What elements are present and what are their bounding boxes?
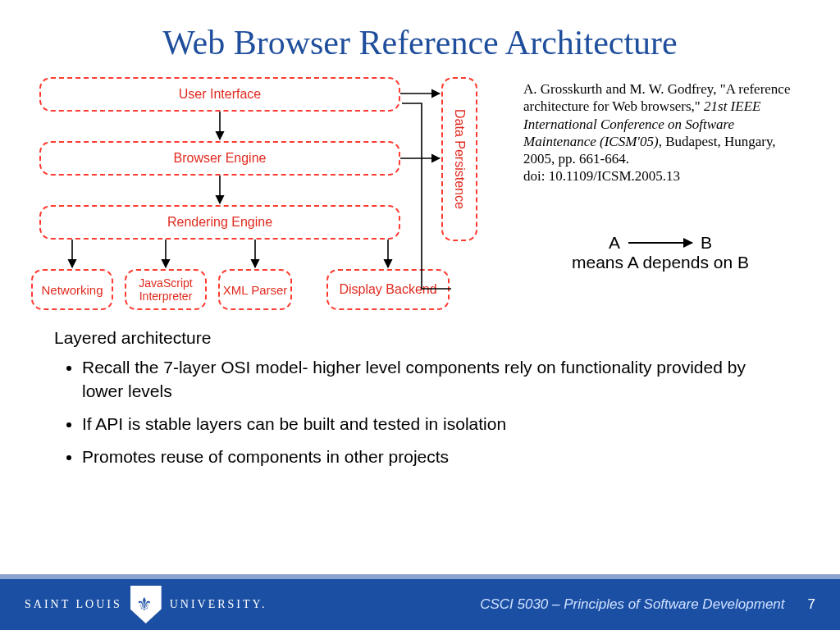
box-data-persistence: Data Persistence	[441, 77, 477, 241]
uni-name-left: SAINT LOUIS	[25, 598, 122, 611]
box-networking: Networking	[31, 269, 113, 310]
legend-b: B	[701, 233, 712, 253]
university-logo: SAINT LOUIS ⚜ UNIVERSITY.	[25, 586, 267, 623]
box-js-interpreter: JavaScript Interpreter	[125, 269, 207, 310]
box-xml-parser: XML Parser	[218, 269, 292, 310]
architecture-diagram: User Interface Browser Engine Rendering …	[31, 77, 491, 323]
arrow-icon	[628, 242, 692, 244]
box-user-interface: User Interface	[39, 77, 400, 112]
bullet-3: Promotes reuse of components in other pr…	[82, 445, 786, 468]
bullet-2: If API is stable layers can be built and…	[82, 413, 786, 436]
uni-name-right: UNIVERSITY.	[170, 598, 267, 611]
course-name: CSCI 5030 – Principles of Software Devel…	[480, 596, 784, 613]
legend: A B means A depends on B	[523, 233, 797, 272]
citation-doi: doi: 10.1109/ICSM.2005.13	[523, 168, 680, 184]
legend-means: means A depends on B	[523, 253, 797, 272]
footer: SAINT LOUIS ⚜ UNIVERSITY. CSCI 5030 – Pr…	[0, 579, 840, 630]
shield-icon: ⚜	[130, 586, 162, 623]
lead-text: Layered architecture	[54, 326, 786, 349]
page-number: 7	[808, 596, 815, 613]
box-display-backend: Display Backend	[326, 269, 450, 310]
citation: A. Grosskurth and M. W. Godfrey, "A refe…	[523, 80, 797, 185]
legend-a: A	[609, 233, 620, 253]
box-rendering-engine: Rendering Engine	[39, 205, 400, 240]
body-text: Layered architecture Recall the 7-layer …	[0, 323, 840, 469]
bullet-1: Recall the 7-layer OSI model- higher lev…	[82, 356, 786, 403]
slide-title: Web Browser Reference Architecture	[0, 0, 840, 62]
box-browser-engine: Browser Engine	[39, 141, 400, 176]
